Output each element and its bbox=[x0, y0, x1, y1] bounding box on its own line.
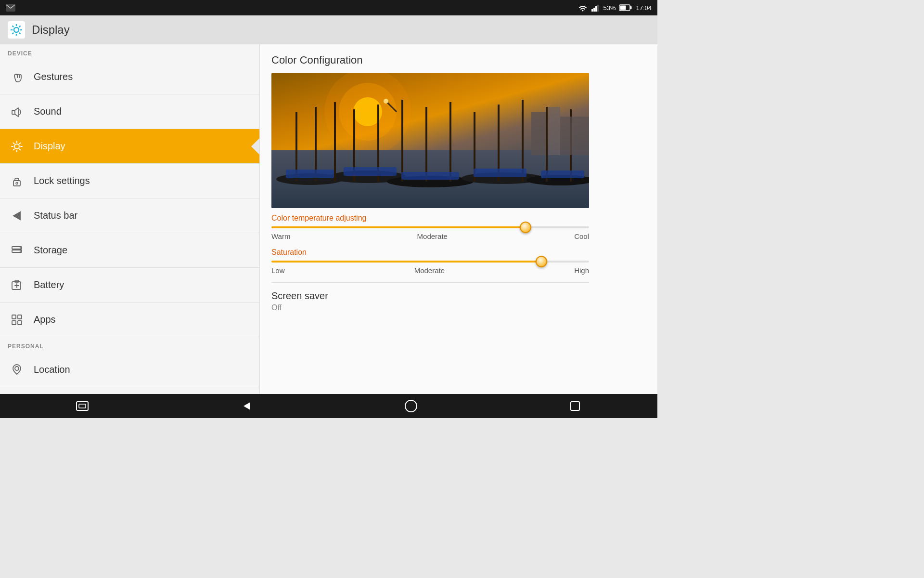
screen-saver-value: Off bbox=[271, 303, 646, 312]
svg-point-42 bbox=[15, 367, 19, 370]
screen-saver-section[interactable]: Screen saver Off bbox=[271, 290, 646, 312]
moderate-label-2: Moderate bbox=[414, 266, 445, 275]
svg-line-13 bbox=[13, 26, 14, 27]
signal-icon bbox=[591, 4, 599, 12]
svg-rect-76 bbox=[77, 402, 88, 410]
svg-point-18 bbox=[14, 144, 19, 149]
wifi-icon bbox=[578, 4, 588, 12]
device-section-header: DEVICE bbox=[0, 44, 259, 60]
sidebar-item-label: Apps bbox=[34, 314, 56, 325]
menu-rect-icon bbox=[76, 401, 89, 411]
sidebar-item-label: Storage bbox=[34, 245, 67, 256]
svg-line-14 bbox=[19, 32, 21, 34]
svg-rect-68 bbox=[401, 172, 459, 180]
color-temp-thumb[interactable] bbox=[520, 222, 531, 233]
svg-rect-66 bbox=[286, 170, 334, 178]
svg-point-8 bbox=[14, 27, 19, 32]
recent-square-icon bbox=[570, 401, 580, 411]
svg-rect-80 bbox=[571, 402, 579, 410]
menu-button[interactable] bbox=[68, 396, 97, 416]
sidebar: DEVICE Gestures Sound bbox=[0, 44, 260, 394]
battery-percent: 53% bbox=[603, 4, 616, 12]
recent-apps-button[interactable] bbox=[561, 396, 590, 416]
svg-rect-35 bbox=[15, 280, 19, 282]
sidebar-item-status-bar[interactable]: Status bar bbox=[0, 198, 259, 233]
app-title: Display bbox=[32, 23, 70, 37]
svg-rect-38 bbox=[12, 315, 16, 319]
sidebar-item-sound[interactable]: Sound bbox=[0, 94, 259, 129]
svg-rect-7 bbox=[620, 6, 626, 10]
svg-marker-78 bbox=[244, 402, 250, 410]
svg-rect-72 bbox=[548, 107, 560, 155]
svg-rect-55 bbox=[334, 102, 336, 182]
app-header: Display bbox=[0, 15, 657, 44]
svg-rect-40 bbox=[12, 321, 16, 325]
header-icon-wrapper bbox=[8, 21, 25, 39]
svg-rect-0 bbox=[6, 4, 15, 12]
back-triangle-icon bbox=[241, 400, 252, 412]
back-button[interactable] bbox=[232, 396, 261, 416]
svg-line-24 bbox=[19, 149, 20, 150]
divider bbox=[271, 282, 589, 283]
color-temp-slider-container[interactable]: Warm Moderate Cool bbox=[271, 226, 646, 240]
sidebar-item-apps[interactable]: Apps bbox=[0, 302, 259, 337]
warm-label: Warm bbox=[271, 232, 290, 240]
high-label: High bbox=[574, 266, 589, 275]
venice-image bbox=[271, 73, 589, 208]
saturation-fill bbox=[271, 261, 541, 263]
sidebar-item-gestures[interactable]: Gestures bbox=[0, 60, 259, 94]
cool-label: Cool bbox=[574, 232, 589, 240]
low-label: Low bbox=[271, 266, 285, 275]
color-temp-track[interactable] bbox=[271, 226, 589, 228]
saturation-track[interactable] bbox=[271, 261, 589, 263]
saturation-thumb[interactable] bbox=[536, 256, 547, 267]
sidebar-item-label: Sound bbox=[34, 106, 62, 117]
status-bar-right: 53% 17:04 bbox=[578, 4, 652, 12]
svg-point-33 bbox=[20, 250, 21, 251]
color-config-title: Color Configuration bbox=[271, 54, 646, 66]
svg-rect-17 bbox=[12, 110, 15, 114]
moderate-label-1: Moderate bbox=[417, 232, 448, 240]
sidebar-item-label: Status bar bbox=[34, 210, 77, 221]
sidebar-item-display[interactable]: Display bbox=[0, 129, 259, 164]
svg-line-15 bbox=[19, 26, 21, 27]
saturation-labels: Low Moderate High bbox=[271, 266, 589, 275]
svg-rect-58 bbox=[401, 100, 403, 182]
bottom-nav-bar bbox=[0, 394, 657, 418]
svg-rect-70 bbox=[541, 171, 584, 178]
gmail-icon bbox=[6, 4, 15, 12]
home-button[interactable] bbox=[397, 396, 425, 416]
sidebar-item-label: Display bbox=[34, 141, 65, 152]
hand-icon bbox=[10, 70, 24, 84]
svg-rect-71 bbox=[531, 112, 546, 155]
sidebar-item-label: Location bbox=[34, 364, 70, 375]
battery-item-icon bbox=[10, 278, 24, 292]
sidebar-item-lock-settings[interactable]: Lock settings bbox=[0, 164, 259, 198]
sidebar-item-location[interactable]: Location bbox=[0, 353, 259, 387]
svg-rect-60 bbox=[449, 102, 451, 182]
status-bar-left bbox=[6, 4, 15, 12]
speaker-icon bbox=[10, 105, 24, 119]
svg-point-32 bbox=[20, 247, 21, 248]
time-display: 17:04 bbox=[636, 4, 652, 12]
saturation-slider-container[interactable]: Low Moderate High bbox=[271, 261, 646, 275]
sidebar-item-label: Gestures bbox=[34, 71, 73, 82]
svg-rect-27 bbox=[13, 181, 20, 186]
play-left-icon bbox=[10, 209, 24, 223]
storage-icon bbox=[10, 243, 24, 258]
main-content: DEVICE Gestures Sound bbox=[0, 44, 657, 394]
personal-section-header: PERSONAL bbox=[0, 337, 259, 353]
svg-rect-77 bbox=[79, 404, 86, 408]
status-bar: 53% 17:04 bbox=[0, 0, 657, 15]
sidebar-item-battery[interactable]: Battery bbox=[0, 268, 259, 302]
sidebar-item-label: Lock settings bbox=[34, 175, 90, 186]
home-circle-icon bbox=[404, 399, 418, 413]
svg-point-79 bbox=[405, 400, 417, 412]
svg-line-23 bbox=[13, 143, 14, 144]
svg-rect-1 bbox=[591, 9, 593, 12]
svg-line-26 bbox=[13, 149, 14, 150]
settings-gear-icon bbox=[10, 23, 23, 37]
svg-rect-6 bbox=[630, 6, 632, 9]
sidebar-item-storage[interactable]: Storage bbox=[0, 233, 259, 268]
lock-icon bbox=[10, 174, 24, 188]
